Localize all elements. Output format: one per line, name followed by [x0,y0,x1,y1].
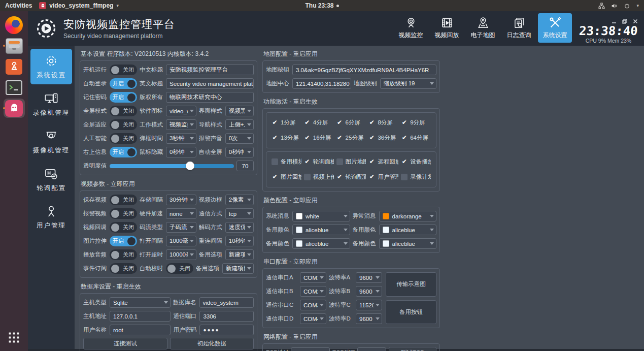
dropdown-select[interactable]: none [166,208,196,219]
text-input[interactable]: 安防视频监控管理平台 [166,65,254,75]
dock-software[interactable] [2,56,26,77]
restore-button[interactable] [622,19,627,24]
dropdown-select[interactable]: 2像素 [225,195,254,205]
dock-terminal[interactable] [2,77,26,98]
minimize-button[interactable] [612,19,617,24]
dropdown-select[interactable]: 0次 [225,133,254,144]
dropdown-select[interactable]: 缩放级别 19 [380,78,437,89]
dock-files[interactable] [2,36,26,56]
color-select[interactable]: darkorange [379,211,437,221]
nav-video-monitor[interactable]: 视频监控 [394,13,428,43]
dropdown-select[interactable]: 9600 [356,272,382,283]
dropdown-select[interactable]: 30分钟 [166,195,196,205]
dropdown-select[interactable]: tcp [225,208,254,219]
dropdown-select[interactable]: video_white [166,106,196,116]
gnome-clock[interactable]: Thu 23:38 [305,2,338,9]
checkbox[interactable]: ✔8分屏 [368,119,398,126]
nav-electronic-map[interactable]: 电子地图 [466,13,500,43]
focused-app-menu[interactable]: video_system_ffmpeg ▾ [39,2,119,9]
sidebar-item-poll-config[interactable]: 轮询配置 [30,162,72,197]
color-select[interactable]: white [292,211,350,221]
init-data-button[interactable]: 初始化数据 [170,338,254,349]
dropdown-select[interactable]: 10秒钟 [225,236,254,246]
dropdown-select[interactable]: 0秒钟 [225,147,254,157]
dock-video-system-app[interactable] [2,98,26,118]
checkbox[interactable]: 视频上传 [304,173,334,181]
sidebar-item-user-management[interactable]: 用户管理 [30,199,72,235]
dropdown-select[interactable]: 9600 [356,313,382,324]
checkbox[interactable]: ✔图片回放 [272,173,301,181]
checkbox[interactable]: ✔用户管理 [368,173,398,181]
toggle-switch-on[interactable]: 开启 [110,147,137,157]
nav-system-settings[interactable]: 系统设置 [538,13,572,43]
toggle-switch-off[interactable]: 关闭 [110,263,137,274]
checkbox[interactable]: ✔设备播放 [401,158,431,166]
slider-knob[interactable] [186,162,194,170]
text-input[interactable]: 3.0&ak=9GqzBZjfGqXYXMzdfuRN9AL4B4PHaY6R [292,65,436,75]
text-input[interactable]: 121.41400,31.18280 [292,78,351,89]
checkbox[interactable]: ✔轮询配置 [336,173,366,181]
dock-firefox[interactable] [2,15,26,35]
checkbox[interactable]: ✔13分屏 [272,134,301,142]
transfer-diagram-button[interactable]: 传输示意图 [386,272,436,297]
dropdown-select[interactable]: 1000毫秒 [166,236,196,246]
toggle-switch-off[interactable]: 关闭 [110,249,137,260]
toggle-switch-on[interactable]: 开启 [110,78,137,89]
sidebar-item-system-settings[interactable]: 系统设置 [30,49,72,84]
password-input[interactable]: ●●●● [199,325,254,335]
checkbox[interactable]: ✔9分屏 [401,119,431,126]
dropdown-select[interactable]: 上侧+上侧 [225,119,254,130]
spare-button[interactable]: 备用按钮 [386,300,436,325]
sidebar-item-recorder-management[interactable]: 录像机管理 [30,86,72,122]
checkbox[interactable]: ✔1分屏 [272,119,301,126]
text-input[interactable]: 6000 [357,347,386,351]
dropdown-select[interactable]: COM1 [300,272,326,283]
color-select[interactable]: aliceblue [292,225,350,235]
text-input[interactable]: 3306 [199,311,254,322]
checkbox[interactable]: ✔36分屏 [368,134,398,142]
system-status-area[interactable]: ▾ [598,3,644,9]
color-select[interactable]: aliceblue [379,225,437,235]
dropdown-select[interactable]: 视频监控 [166,119,196,130]
checkbox[interactable]: ✔4分屏 [304,119,334,126]
text-input[interactable]: 127.0.0.1 [110,311,171,322]
toggle-switch-on[interactable]: 开启 [110,236,137,246]
checkbox[interactable]: ✔16分屏 [304,134,334,142]
toggle-switch-off[interactable]: 关闭 [166,263,193,274]
text-input[interactable]: Security video management platform [166,78,254,89]
toggle-switch-off[interactable]: 关闭 [110,106,137,116]
transparency-slider[interactable] [110,164,234,168]
nav-log-query[interactable]: 日志查询 [502,13,536,43]
color-select[interactable]: aliceblue [379,238,437,249]
checkbox[interactable]: 录像计划 [401,173,431,181]
dropdown-select[interactable]: 速度优先 [225,222,254,233]
checkbox[interactable]: 图片地图 [336,158,366,166]
toggle-switch-off[interactable]: 关闭 [110,133,137,144]
dropdown-select[interactable]: 115200 [356,300,382,310]
dropdown-select[interactable]: COM2 [300,286,326,297]
dropdown-select[interactable]: 0秒钟 [166,147,196,157]
activities-button[interactable]: Activities [5,2,32,9]
connect-test-button[interactable]: 连接测试 [83,338,167,349]
dropdown-select[interactable]: 新建项目 [225,249,254,260]
text-input[interactable]: 物联网技术研究中心 [166,92,254,103]
color-select[interactable]: aliceblue [292,238,350,249]
checkbox[interactable]: ✔远程回放 [368,158,398,166]
text-input[interactable]: 127.0.0.1 [291,347,330,351]
dropdown-select[interactable]: Sqlite [110,297,171,308]
sidebar-item-camera-management[interactable]: 摄像机管理 [30,124,72,159]
dropdown-select[interactable]: COM4 [300,313,326,324]
dropdown-select[interactable]: 新建项目 [222,263,254,274]
toggle-switch-off[interactable]: 关闭 [110,222,137,233]
checkbox[interactable]: ✔25分屏 [336,134,366,142]
dropdown-select[interactable]: 3秒钟 [166,133,196,144]
dropdown-select[interactable]: 子码流 [166,222,196,233]
toggle-switch-off[interactable]: 关闭 [110,119,137,130]
dropdown-select[interactable]: 视频黑 [225,106,254,116]
close-button[interactable] [633,19,638,24]
nav-video-playback[interactable]: 视频回放 [430,13,464,43]
test-tcp-button[interactable]: 测试TCP [389,347,436,351]
text-input[interactable]: video_system [199,297,254,308]
toggle-switch-off[interactable]: 关闭 [110,208,137,219]
text-input[interactable]: root [110,325,171,335]
